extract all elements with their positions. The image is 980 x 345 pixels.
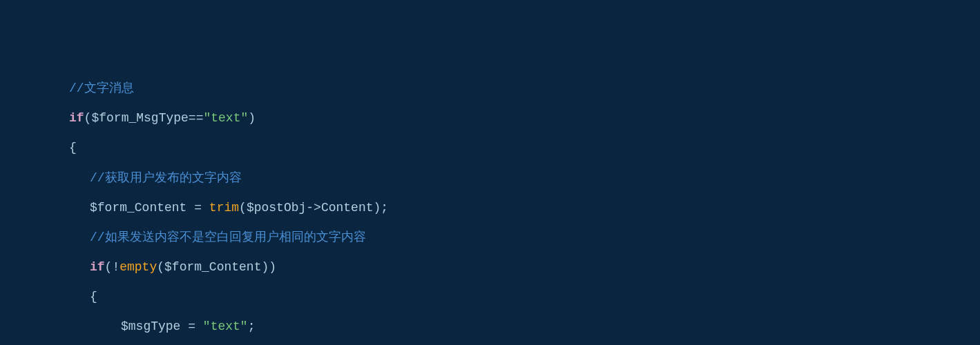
semicolon: ; <box>248 319 256 333</box>
code-line: if($form_MsgType=="text") <box>0 111 980 126</box>
code-line: { <box>0 141 980 156</box>
function-call: empty <box>119 260 157 274</box>
variable: $msgType <box>121 319 180 333</box>
paren: ( <box>84 111 92 125</box>
keyword-if: if <box>69 111 84 125</box>
comment-text: //如果发送内容不是空白回复用户相同的文字内容 <box>90 230 366 244</box>
paren: ); <box>374 201 389 215</box>
paren: ( <box>157 260 164 274</box>
paren: ) <box>248 111 256 125</box>
function-call: trim <box>209 201 239 215</box>
string-literal: "text" <box>203 111 248 125</box>
operator: = <box>180 319 202 333</box>
code-line: //文字消息 <box>0 81 980 97</box>
operator: == <box>189 111 204 125</box>
keyword-if: if <box>90 260 105 274</box>
code-line: if(!empty($form_Content)) <box>0 260 980 275</box>
variable: $form_Content <box>90 201 186 215</box>
paren: )) <box>261 260 276 274</box>
paren: ( <box>239 201 247 215</box>
brace: { <box>90 290 97 304</box>
comment-text: //文字消息 <box>69 81 134 95</box>
code-line: //如果发送内容不是空白回复用户相同的文字内容 <box>0 230 980 246</box>
brace: { <box>69 141 77 155</box>
property: Content <box>321 201 374 215</box>
operator: = <box>186 201 209 215</box>
string-literal: "text" <box>203 319 248 333</box>
comment-text: //获取用户发布的文字内容 <box>90 171 242 185</box>
code-line: //获取用户发布的文字内容 <box>0 171 980 186</box>
variable: $postObj <box>247 201 306 215</box>
variable: $form_MsgType <box>91 111 188 125</box>
variable: $form_Content <box>164 260 261 274</box>
code-line: $form_Content = trim($postObj->Content); <box>0 201 980 216</box>
code-line: { <box>0 290 980 305</box>
code-line: $msgType = "text"; <box>0 319 980 335</box>
arrow-operator: -> <box>306 201 321 215</box>
paren: (! <box>105 260 120 274</box>
code-editor: //文字消息 if($form_MsgType=="text") { //获取用… <box>0 66 980 345</box>
